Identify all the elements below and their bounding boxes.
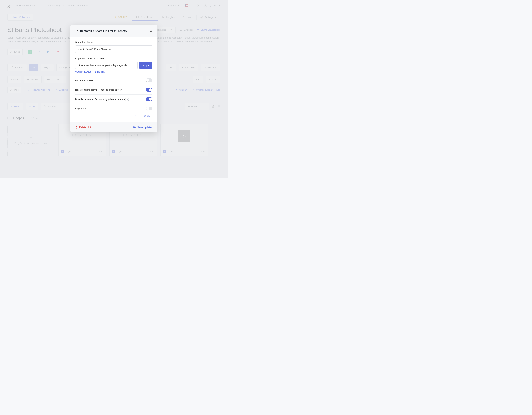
delete-link-label: Delete Link	[79, 126, 91, 129]
option-email-required: Require users provide email address to v…	[75, 85, 152, 94]
modal-overlay[interactable]: Customize Share Link for 20 assets ✕ Sha…	[0, 0, 228, 178]
modal-title: Customize Share Link for 20 assets	[80, 29, 148, 32]
trash-icon	[75, 126, 78, 129]
copy-button[interactable]: Copy	[140, 62, 152, 69]
toggle-disable-download[interactable]	[146, 97, 152, 101]
option-private: Make link private	[75, 76, 152, 85]
option-disable-download: Disable download functionality (view onl…	[75, 94, 152, 104]
toggle-email-required[interactable]	[146, 88, 152, 92]
copy-link-label: Copy this Public link to share	[75, 57, 152, 60]
open-new-tab-link[interactable]: Open in new tab	[75, 71, 91, 73]
option-email-label: Require users provide email address to v…	[75, 88, 123, 91]
option-private-label: Make link private	[75, 79, 93, 82]
delete-link-button[interactable]: Delete Link	[75, 126, 91, 129]
share-name-label: Share Link Name	[75, 41, 152, 44]
save-updates-label: Save Updates	[137, 126, 152, 129]
option-expire-label: Expire link	[75, 107, 86, 110]
less-options-label: Less Options	[138, 115, 152, 118]
option-disable-dl-label: Disable download functionality (view onl…	[75, 98, 126, 101]
toggle-expire[interactable]	[146, 107, 152, 111]
help-icon[interactable]: ?	[127, 98, 130, 101]
close-icon[interactable]: ✕	[150, 29, 152, 33]
option-expire: Expire link	[75, 104, 152, 113]
save-updates-button[interactable]: Save Updates	[133, 126, 152, 129]
toggle-private[interactable]	[146, 78, 152, 82]
chevron-up-icon: ⌃	[135, 115, 137, 118]
share-url-input[interactable]	[75, 62, 138, 69]
email-link[interactable]: Email link	[95, 71, 104, 73]
share-name-input[interactable]	[75, 46, 152, 53]
share-link-modal: Customize Share Link for 20 assets ✕ Sha…	[70, 25, 157, 132]
share-arrow-icon	[75, 29, 78, 32]
less-options-button[interactable]: ⌃ Less Options	[75, 113, 152, 120]
save-icon	[133, 126, 136, 129]
